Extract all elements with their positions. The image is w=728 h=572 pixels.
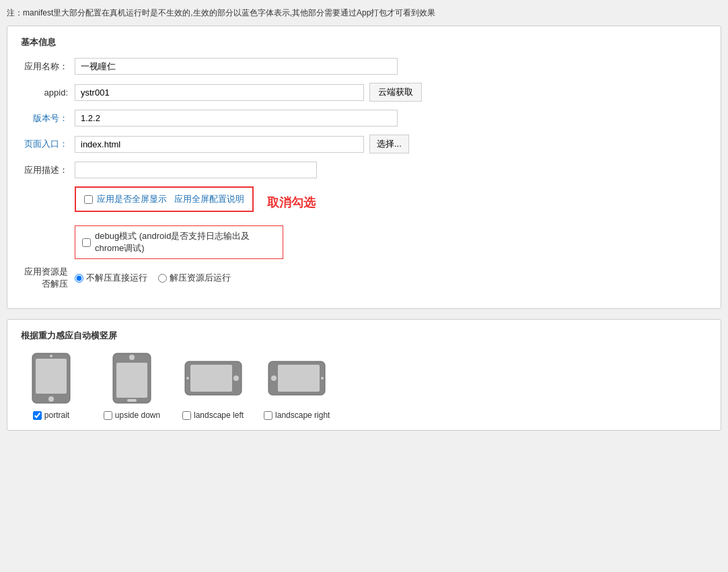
fullscreen-link2[interactable]: 应用全屏配置说明 xyxy=(174,194,244,204)
svg-point-15 xyxy=(271,376,277,381)
landscape-left-checkbox[interactable] xyxy=(182,411,191,420)
desc-row: 应用描述： xyxy=(21,162,707,178)
app-name-row: 应用名称： xyxy=(21,58,707,75)
appid-label: appid: xyxy=(21,87,68,98)
desc-input[interactable] xyxy=(75,162,317,178)
version-row: 版本号： xyxy=(21,110,707,127)
orientation-panel: 根据重力感应自动横竖屏 portrait xyxy=(7,319,721,431)
landscape-right-icon xyxy=(266,351,327,405)
svg-rect-5 xyxy=(116,363,147,398)
page-entry-label[interactable]: 页面入口： xyxy=(21,138,68,150)
orientation-title: 根据重力感应自动横竖屏 xyxy=(21,330,707,342)
landscape-left-label: landscape left xyxy=(194,410,244,420)
cancel-note: 取消勾选 xyxy=(267,194,316,211)
fullscreen-checkbox[interactable] xyxy=(84,195,93,204)
portrait-icon xyxy=(21,351,81,405)
svg-rect-14 xyxy=(278,365,320,392)
landscape-right-check-row: landscape right xyxy=(264,410,330,420)
orient-landscape-right: landscape right xyxy=(264,351,330,420)
orient-upside-down: upside down xyxy=(102,351,162,420)
upside-down-label: upside down xyxy=(115,410,160,420)
resource-radio-group: 不解压直接运行 解压资源后运行 xyxy=(75,272,231,284)
appid-input[interactable] xyxy=(75,84,364,101)
landscape-right-checkbox[interactable] xyxy=(264,411,272,420)
top-note: 注：manifest里大部分配置在真机运行时是不生效的,生效的部分以蓝色字体表示… xyxy=(7,7,721,19)
resource-radio2[interactable] xyxy=(158,274,167,283)
resource-row: 应用资源是否解压 不解压直接运行 解压资源后运行 xyxy=(21,266,707,290)
page-entry-input[interactable] xyxy=(75,136,364,153)
appid-row: appid: 云端获取 xyxy=(21,83,707,102)
upside-down-check-row: upside down xyxy=(104,410,160,420)
app-name-input[interactable] xyxy=(75,58,398,75)
basic-info-panel: 基本信息 应用名称： appid: 云端获取 版本号： 页面入口： 选择... … xyxy=(7,26,721,309)
version-label[interactable]: 版本号： xyxy=(21,112,68,124)
svg-point-2 xyxy=(48,396,54,402)
page-entry-row: 页面入口： 选择... xyxy=(21,135,707,153)
orient-portrait: portrait xyxy=(21,351,81,420)
svg-rect-10 xyxy=(190,365,232,392)
fullscreen-box: 应用是否全屏显示 应用全屏配置说明 xyxy=(75,186,254,212)
desc-label: 应用描述： xyxy=(21,164,68,176)
basic-info-title: 基本信息 xyxy=(21,36,707,48)
upside-down-icon xyxy=(102,351,162,405)
orientation-grid: portrait upside down xyxy=(21,351,707,420)
landscape-right-label: landscape right xyxy=(275,410,330,420)
version-input[interactable] xyxy=(75,110,398,127)
resource-label: 应用资源是否解压 xyxy=(21,266,68,290)
portrait-checkbox[interactable] xyxy=(33,411,42,420)
orient-landscape-left: landscape left xyxy=(182,351,244,420)
svg-point-16 xyxy=(321,377,324,380)
landscape-right-svg xyxy=(267,356,326,400)
svg-point-6 xyxy=(129,355,135,360)
portrait-check-row: portrait xyxy=(33,410,69,420)
landscape-left-icon xyxy=(183,351,244,405)
fullscreen-link1[interactable]: 应用是否全屏显示 xyxy=(97,194,167,204)
choose-btn[interactable]: 选择... xyxy=(369,135,409,153)
resource-opt1[interactable]: 不解压直接运行 xyxy=(75,272,147,284)
svg-point-3 xyxy=(50,355,52,357)
note-text: 注：manifest里大部分配置在真机运行时是不生效的,生效的部分以蓝色字体表示… xyxy=(7,8,435,17)
fullscreen-label: 应用是否全屏显示 应用全屏配置说明 xyxy=(97,193,244,205)
debug-label: debug模式 (android是否支持日志输出及chrome调试) xyxy=(95,230,276,254)
svg-point-11 xyxy=(233,376,239,381)
app-name-label: 应用名称： xyxy=(21,61,68,73)
resource-radio1[interactable] xyxy=(75,274,83,283)
upside-down-checkbox[interactable] xyxy=(104,411,112,420)
landscape-left-check-row: landscape left xyxy=(182,410,244,420)
landscape-left-svg xyxy=(184,356,243,400)
portrait-label: portrait xyxy=(44,410,69,420)
cloud-btn[interactable]: 云端获取 xyxy=(369,83,422,102)
debug-checkbox[interactable] xyxy=(82,238,91,247)
svg-rect-8 xyxy=(127,399,137,402)
svg-point-12 xyxy=(186,377,189,380)
svg-rect-1 xyxy=(36,359,67,394)
upside-down-svg xyxy=(108,352,156,404)
portrait-svg xyxy=(27,352,75,404)
debug-row: debug模式 (android是否支持日志输出及chrome调试) xyxy=(75,225,283,259)
resource-opt2[interactable]: 解压资源后运行 xyxy=(158,272,231,284)
